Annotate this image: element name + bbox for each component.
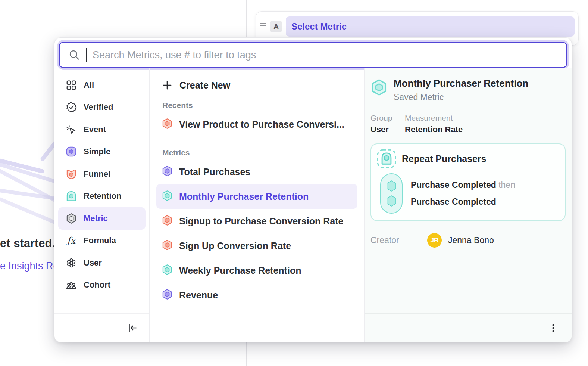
funnel-steps-capsule-icon: [379, 173, 403, 214]
group-label: Group: [370, 114, 395, 122]
search-icon: [69, 49, 80, 61]
drag-handle-icon[interactable]: [260, 23, 266, 28]
definition-card: Repeat Purchasers Purchase Completed: [370, 143, 566, 221]
category-sidebar: All Verified Event Simple Funnel Retenti…: [54, 68, 150, 342]
background-heading-fragment: et started.: [0, 237, 55, 250]
formula-icon: ƒx: [66, 235, 77, 246]
sidebar-item-all[interactable]: All: [58, 74, 146, 96]
detail-footer: [365, 313, 572, 342]
simple-icon: [66, 146, 77, 157]
cohort-icon: [66, 279, 77, 291]
group-value: User: [370, 125, 395, 134]
screen: et started. e Insights Re A Select Metri…: [0, 0, 588, 366]
detail-meta: Group User Measurement Retention Rate: [370, 114, 566, 134]
sidebar-item-metric[interactable]: Metric: [58, 207, 146, 230]
creator-row: Creator JB Jenna Bono: [370, 233, 566, 248]
sidebar-item-simple[interactable]: Simple: [58, 141, 146, 163]
metric-list-item[interactable]: Revenue: [156, 283, 357, 307]
metric-hexagon-icon-purple: [162, 289, 173, 301]
sidebar-item-funnel[interactable]: Funnel: [58, 163, 146, 185]
metric-list-item[interactable]: Sign Up Conversion Rate: [156, 233, 357, 258]
sidebar-item-verified[interactable]: Verified: [58, 96, 146, 119]
funnel-icon: [66, 168, 77, 180]
sidebar-item-cohort[interactable]: Cohort: [58, 274, 146, 297]
create-new-label: Create New: [179, 80, 230, 91]
metric-hexagon-icon-teal: [162, 190, 173, 203]
metric-list-item[interactable]: Weekly Purchase Retention: [156, 258, 357, 283]
metric-icon: [66, 213, 77, 224]
sidebar-item-retention[interactable]: Retention: [58, 185, 146, 208]
kebab-menu-icon[interactable]: [547, 322, 560, 334]
text-cursor: [86, 48, 87, 62]
sidebar-item-event[interactable]: Event: [58, 118, 146, 141]
definition-connector: then: [498, 180, 515, 190]
sidebar-item-formula[interactable]: ƒx Formula: [58, 230, 146, 252]
metric-detail-panel: Monthly Purchaser Retention Saved Metric…: [365, 68, 572, 342]
search-input[interactable]: [93, 49, 557, 61]
metric-list-column: Create New Recents View Product to Purch…: [150, 68, 365, 342]
retention-icon: [66, 190, 77, 202]
definition-name: Repeat Purchasers: [402, 153, 487, 164]
section-title-metrics: Metrics: [162, 148, 357, 157]
create-new-button[interactable]: Create New: [156, 75, 357, 96]
collapse-left-icon[interactable]: [126, 322, 139, 334]
metric-sections: Recents View Product to Purchase Convers…: [156, 101, 357, 307]
metric-hexagon-icon-teal: [162, 264, 173, 277]
section-title-recents: Recents: [162, 101, 357, 110]
sidebar-footer: [54, 313, 149, 342]
metric-hexagon-icon-orange: [162, 118, 173, 131]
detail-subtitle: Saved Metric: [394, 92, 528, 102]
search-box[interactable]: [59, 42, 567, 68]
creator-label: Creator: [370, 235, 427, 245]
metric-hexagon-icon-purple: [162, 165, 173, 178]
metric-hexagon-icon-orange: [162, 215, 173, 227]
retention-definition-icon: [376, 149, 397, 169]
creator-avatar: JB: [427, 233, 442, 248]
sidebar-item-user[interactable]: User: [58, 252, 146, 274]
select-metric-button[interactable]: Select Metric: [286, 16, 575, 37]
detail-title: Monthly Purchaser Retention: [394, 78, 528, 89]
definition-step-2: Purchase Completed: [411, 197, 515, 207]
metric-list-item[interactable]: View Product to Purchase Conversi...: [156, 112, 357, 137]
metric-hexagon-icon: [370, 78, 388, 102]
plus-icon: [162, 80, 173, 91]
metric-list-item[interactable]: Monthly Purchaser Retention: [156, 184, 357, 209]
series-a-badge: A: [270, 21, 282, 32]
search-wrap: [59, 42, 567, 68]
background-line-art: [0, 138, 54, 232]
list-divider: [156, 143, 357, 143]
metric-list-item[interactable]: Signup to Purchase Conversion Rate: [156, 209, 357, 233]
user-icon: [66, 257, 77, 269]
measurement-label: Measurement: [405, 114, 463, 122]
measurement-value: Retention Rate: [405, 125, 463, 134]
verified-icon: [66, 102, 77, 113]
metric-list-item[interactable]: Total Purchases: [156, 159, 357, 184]
background-report-link-fragment[interactable]: e Insights Re: [0, 260, 59, 272]
metric-picker-modal: All Verified Event Simple Funnel Retenti…: [54, 37, 572, 342]
category-list: All Verified Event Simple Funnel Retenti…: [54, 68, 149, 296]
creator-name: Jenna Bono: [448, 235, 494, 245]
modal-body: All Verified Event Simple Funnel Retenti…: [54, 68, 572, 342]
event-icon: [66, 124, 77, 135]
metric-hexagon-icon-orange: [162, 239, 173, 252]
grid-icon: [66, 80, 77, 91]
definition-step-1: Purchase Completed then: [411, 180, 515, 190]
